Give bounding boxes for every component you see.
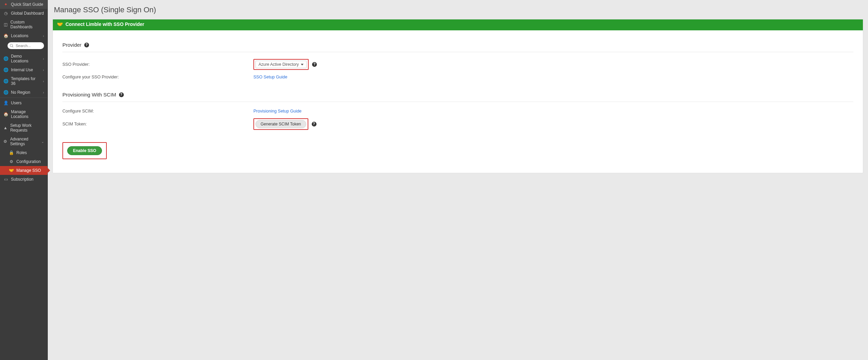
sidebar-search-wrap (0, 40, 47, 52)
chevron-right-icon: › (43, 34, 44, 38)
control-configure-scim: Provisioning Setup Guide (253, 109, 301, 114)
globe-icon: 🌐 (3, 56, 8, 61)
sidebar-item-subscription[interactable]: ▭ Subscription (0, 175, 47, 184)
sidebar-label: Demo Locations (11, 54, 40, 63)
sidebar-label: Subscription (11, 177, 33, 182)
sidebar-label: Global Dashboard (11, 11, 44, 16)
dashboards-icon: ◫ (3, 22, 8, 27)
sidebar-item-locations[interactable]: 🏠 Locations › (0, 31, 47, 40)
chevron-down-icon (301, 64, 304, 65)
help-icon[interactable]: ? (84, 43, 89, 47)
callout-highlight: Enable SSO (62, 142, 107, 159)
label-sso-provider: SSO Provider: (62, 62, 253, 67)
globe-icon: 🌐 (3, 79, 8, 84)
chevron-right-icon: › (43, 57, 44, 61)
section-title-scim: Provisioning With SCIM ? (62, 92, 853, 97)
sidebar-item-demo-locations[interactable]: 🌐 Demo Locations › (0, 52, 47, 65)
label-configure-provider: Configure your SSO Provider: (62, 75, 253, 79)
globe-icon: 🌐 (3, 68, 8, 72)
link-provisioning-guide[interactable]: Provisioning Setup Guide (253, 109, 301, 114)
generate-scim-token-button[interactable]: Generate SCIM Token (255, 120, 306, 128)
sso-provider-dropdown[interactable]: Azure Active Directory (255, 61, 307, 68)
sidebar-item-templates-36[interactable]: 🌐 Templates for 36 › (0, 74, 47, 88)
sidebar-label: Templates for 36 (11, 76, 40, 86)
link-sso-setup-guide[interactable]: SSO Setup Guide (253, 75, 287, 79)
handshake-icon (57, 21, 63, 27)
sidebar-item-manage-sso[interactable]: 🤝 Manage SSO (0, 166, 47, 175)
chevron-right-icon: › (43, 68, 44, 72)
lock-icon: 🔒 (9, 150, 14, 155)
divider (62, 52, 853, 52)
sidebar-label: Configuration (16, 159, 41, 164)
home-icon: 🏠 (3, 112, 8, 117)
sidebar-label: No Region (11, 90, 30, 95)
sidebar-item-manage-locations[interactable]: 🏠 Manage Locations (0, 107, 47, 121)
dropdown-value: Azure Active Directory (259, 62, 299, 67)
sidebar-label: Manage Locations (11, 109, 44, 119)
section-title-text: Provisioning With SCIM (62, 92, 116, 97)
rocket-icon: ✦ (3, 2, 8, 7)
dashboard-icon: ◷ (3, 11, 8, 16)
sidebar-label: Roles (16, 150, 27, 155)
sidebar-item-roles[interactable]: 🔒 Roles (0, 148, 47, 157)
row-configure-provider: Configure your SSO Provider: SSO Setup G… (62, 75, 853, 79)
panel-header: Connect Limble with SSO Provider (53, 19, 863, 29)
control-configure-provider: SSO Setup Guide (253, 75, 287, 79)
row-scim-token: SCIM Token: Generate SCIM Token ? (62, 118, 853, 130)
warning-icon: ▲ (3, 125, 8, 130)
sidebar-label: Internal Use (11, 68, 33, 72)
sidebar-item-setup-work-requests[interactable]: ▲ Setup Work Requests (0, 121, 47, 135)
card-icon: ▭ (3, 177, 8, 182)
help-icon[interactable]: ? (312, 62, 317, 67)
chevron-right-icon: › (43, 79, 44, 83)
search-input[interactable] (8, 42, 44, 49)
sso-panel: Connect Limble with SSO Provider Provide… (53, 19, 863, 173)
divider (62, 102, 853, 102)
label-scim-token: SCIM Token: (62, 122, 253, 126)
sidebar-label: Users (11, 101, 21, 105)
globe-icon: 🌐 (3, 90, 8, 95)
divider (0, 97, 47, 98)
main-content: Manage SSO (Single Sign On) Connect Limb… (48, 0, 868, 360)
control-sso-provider: Azure Active Directory ? (253, 59, 317, 70)
panel-body: Provider ? SSO Provider: Azure Active Di… (53, 29, 863, 173)
user-icon: 👤 (3, 101, 8, 105)
row-enable-sso: Enable SSO (62, 142, 853, 159)
sidebar-item-no-region[interactable]: 🌐 No Region › (0, 88, 47, 97)
help-icon[interactable]: ? (312, 122, 317, 126)
gear-icon: ⚙ (9, 159, 14, 164)
sidebar-item-configuration[interactable]: ⚙ Configuration (0, 157, 47, 166)
sidebar-item-custom-dashboards[interactable]: ◫ Custom Dashboards (0, 18, 47, 31)
sidebar-item-advanced-settings[interactable]: ⚙ Advanced Settings ⌄ (0, 135, 47, 148)
panel-header-text: Connect Limble with SSO Provider (65, 21, 144, 27)
gear-icon: ⚙ (3, 139, 8, 144)
callout-highlight: Generate SCIM Token (253, 118, 308, 130)
sidebar-label: Quick Start Guide (11, 2, 43, 7)
control-scim-token: Generate SCIM Token ? (253, 118, 317, 130)
callout-highlight: Azure Active Directory (253, 59, 309, 70)
section-title-provider: Provider ? (62, 42, 853, 48)
row-sso-provider: SSO Provider: Azure Active Directory ? (62, 59, 853, 70)
sidebar-label: Advanced Settings (10, 137, 39, 146)
enable-sso-button[interactable]: Enable SSO (67, 146, 102, 155)
sidebar-item-quick-start[interactable]: ✦ Quick Start Guide (0, 0, 47, 9)
sidebar-item-global-dashboard[interactable]: ◷ Global Dashboard (0, 9, 47, 18)
sidebar-label: Custom Dashboards (11, 20, 44, 29)
row-configure-scim: Configure SCIM: Provisioning Setup Guide (62, 109, 853, 114)
sidebar-item-users[interactable]: 👤 Users (0, 99, 47, 107)
sidebar-label: Manage SSO (16, 168, 41, 173)
chevron-right-icon: › (43, 91, 44, 94)
sidebar: ✦ Quick Start Guide ◷ Global Dashboard ◫… (0, 0, 48, 360)
page-title: Manage SSO (Single Sign On) (54, 5, 863, 14)
home-icon: 🏠 (3, 33, 8, 38)
chevron-down-icon: ⌄ (41, 140, 44, 144)
section-title-text: Provider (62, 42, 82, 48)
sidebar-label: Locations (11, 33, 28, 38)
app-root: ✦ Quick Start Guide ◷ Global Dashboard ◫… (0, 0, 868, 360)
help-icon[interactable]: ? (119, 92, 124, 97)
handshake-icon: 🤝 (9, 168, 14, 173)
sidebar-item-internal-use[interactable]: 🌐 Internal Use › (0, 65, 47, 74)
sidebar-label: Setup Work Requests (10, 123, 44, 133)
label-configure-scim: Configure SCIM: (62, 109, 253, 114)
